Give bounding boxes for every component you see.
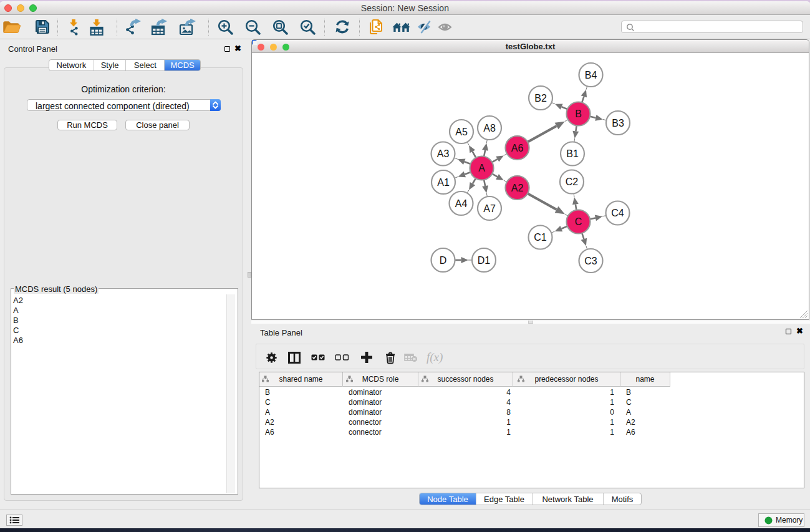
svg-text:A6: A6 xyxy=(511,143,524,153)
svg-text:A8: A8 xyxy=(483,123,496,133)
svg-text:D1: D1 xyxy=(478,255,491,266)
svg-text:C1: C1 xyxy=(534,232,547,243)
svg-text:D: D xyxy=(440,255,447,266)
svg-text:C2: C2 xyxy=(566,177,579,187)
svg-text:A: A xyxy=(478,163,485,173)
svg-text:A7: A7 xyxy=(483,203,496,214)
svg-text:A1: A1 xyxy=(437,177,450,188)
svg-text:B2: B2 xyxy=(534,93,547,104)
svg-text:B3: B3 xyxy=(612,118,624,128)
svg-text:C4: C4 xyxy=(611,208,624,218)
svg-text:A5: A5 xyxy=(455,127,468,137)
svg-text:B: B xyxy=(575,109,582,119)
svg-text:A4: A4 xyxy=(455,198,468,209)
svg-text:C: C xyxy=(575,216,582,227)
svg-text:A2: A2 xyxy=(511,183,524,193)
svg-text:B1: B1 xyxy=(566,148,579,159)
svg-text:A3: A3 xyxy=(437,148,450,159)
svg-text:B4: B4 xyxy=(585,70,597,80)
svg-text:C3: C3 xyxy=(584,256,597,266)
